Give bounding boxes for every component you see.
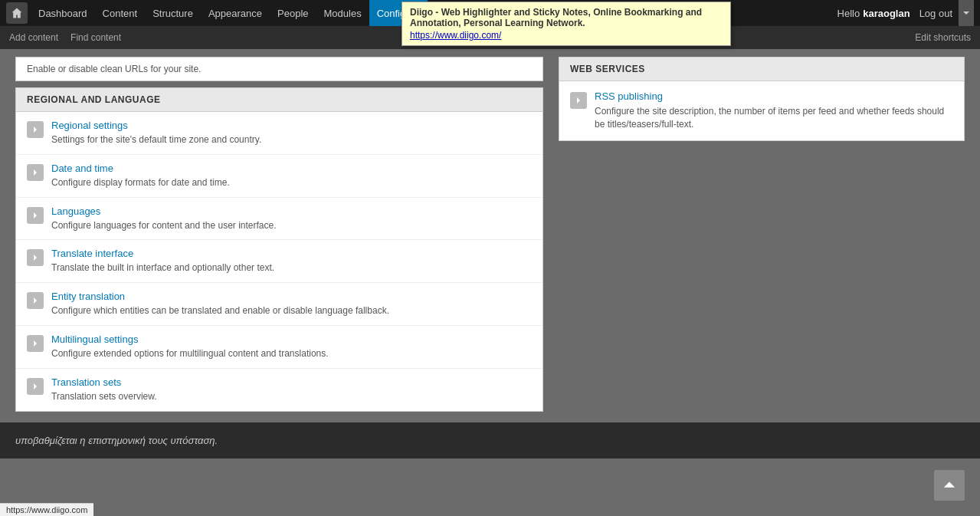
regional-settings-link[interactable]: Regional settings: [51, 120, 532, 131]
entity-translation-desc: Configure which entities can be translat…: [51, 305, 389, 316]
languages-content: Languages Configure languages for conten…: [51, 205, 532, 232]
main-area: Enable or disable clean URLs for your si…: [0, 49, 980, 419]
nav-content[interactable]: Content: [95, 0, 146, 26]
date-time-content: Date and time Configure display formats …: [51, 163, 532, 189]
list-item: Translation sets Translation sets overvi…: [16, 369, 542, 411]
rss-link[interactable]: RSS publishing: [595, 90, 953, 102]
translation-sets-content: Translation sets Translation sets overvi…: [51, 376, 532, 403]
rss-content: RSS publishing Configure the site descri…: [595, 90, 953, 131]
multilingual-link[interactable]: Multilingual settings: [51, 334, 532, 345]
entity-translation-content: Entity translation Configure which entit…: [51, 291, 532, 317]
regional-settings-content: Regional settings Settings for the site'…: [51, 120, 532, 146]
nav-modules[interactable]: Modules: [316, 0, 369, 26]
translation-sets-arrow[interactable]: [27, 378, 44, 395]
chevron-right-icon: [31, 212, 39, 219]
chevron-down-icon: [962, 9, 970, 17]
regional-settings-arrow[interactable]: [27, 121, 44, 138]
right-panel: WEB SERVICES RSS publishing Configure th…: [559, 57, 965, 412]
find-content-link[interactable]: Find content: [70, 32, 121, 43]
web-services-header: WEB SERVICES: [559, 58, 964, 81]
hello-text: Hello: [837, 8, 860, 19]
date-time-link[interactable]: Date and time: [51, 163, 532, 174]
web-services-section: WEB SERVICES RSS publishing Configure th…: [559, 57, 965, 141]
scroll-to-top-button[interactable]: [934, 470, 965, 501]
tooltip-popup: Diigo - Web Highlighter and Sticky Notes…: [402, 2, 731, 46]
rss-desc: Configure the site description, the numb…: [595, 106, 944, 130]
multilingual-arrow[interactable]: [27, 335, 44, 352]
list-item: Multilingual settings Configure extended…: [16, 326, 542, 369]
translate-interface-content: Translate interface Translate the built …: [51, 248, 532, 274]
regional-section-header: REGIONAL AND LANGUAGE: [16, 88, 542, 112]
translate-interface-link[interactable]: Translate interface: [51, 248, 532, 259]
translation-sets-desc: Translation sets overview.: [51, 391, 157, 402]
list-item: Date and time Configure display formats …: [16, 155, 542, 198]
nav-appearance[interactable]: Appearance: [201, 0, 270, 26]
list-item: Translate interface Translate the built …: [16, 240, 542, 283]
entity-translation-link[interactable]: Entity translation: [51, 291, 532, 302]
home-icon: [11, 7, 23, 19]
translate-interface-arrow[interactable]: [27, 249, 44, 266]
chevron-right-icon: [31, 297, 39, 304]
nav-dashboard[interactable]: Dashboard: [31, 0, 95, 26]
translation-sets-link[interactable]: Translation sets: [51, 376, 532, 388]
chevron-right-icon: [31, 126, 39, 133]
nav-people[interactable]: People: [270, 0, 316, 26]
chevron-right-icon: [575, 97, 582, 104]
entity-translation-arrow[interactable]: [27, 292, 44, 309]
clean-urls-box: Enable or disable clean URLs for your si…: [15, 57, 543, 81]
translate-interface-desc: Translate the built in interface and opt…: [51, 262, 274, 273]
username-label: karaoglan: [863, 8, 910, 19]
chevron-up-icon: [942, 478, 956, 492]
list-item: Regional settings Settings for the site'…: [16, 112, 542, 155]
tooltip-url[interactable]: https://www.diigo.com/: [410, 30, 723, 41]
chevron-right-icon: [31, 383, 39, 390]
nav-user-area: Hello karaoglan Log out: [837, 0, 974, 26]
multilingual-content: Multilingual settings Configure extended…: [51, 334, 532, 360]
tooltip-title: Diigo - Web Highlighter and Sticky Notes…: [410, 7, 723, 28]
clean-urls-description: Enable or disable clean URLs for your si…: [27, 64, 532, 74]
date-time-desc: Configure display formats for date and t…: [51, 177, 230, 188]
chevron-right-icon: [31, 254, 39, 261]
home-button[interactable]: [6, 2, 28, 24]
status-bar: https://www.diigo.com: [0, 503, 93, 516]
nav-structure[interactable]: Structure: [145, 0, 201, 26]
multilingual-desc: Configure extended options for multiling…: [51, 348, 329, 359]
logout-link[interactable]: Log out: [919, 8, 952, 19]
languages-link[interactable]: Languages: [51, 205, 532, 217]
languages-arrow[interactable]: [27, 207, 44, 224]
chevron-right-icon: [31, 169, 39, 176]
list-item: Entity translation Configure which entit…: [16, 283, 542, 326]
status-url: https://www.diigo.com: [6, 505, 87, 514]
rss-item: RSS publishing Configure the site descri…: [559, 81, 964, 140]
chevron-right-icon: [31, 340, 39, 347]
list-item: Languages Configure languages for conten…: [16, 198, 542, 241]
shortcuts-left: Add content Find content: [9, 32, 121, 43]
add-content-link[interactable]: Add content: [9, 32, 58, 43]
user-dropdown[interactable]: [959, 0, 974, 26]
regional-language-section: REGIONAL AND LANGUAGE Regional settings …: [15, 87, 543, 412]
edit-shortcuts-link[interactable]: Edit shortcuts: [915, 32, 971, 43]
bottom-text: υποβαθμίζεται η επιστημονική τους υπόστα…: [15, 435, 218, 446]
date-time-arrow[interactable]: [27, 164, 44, 181]
regional-settings-desc: Settings for the site's default time zon…: [51, 134, 261, 145]
rss-arrow[interactable]: [570, 92, 587, 109]
left-panel: Enable or disable clean URLs for your si…: [15, 57, 543, 412]
languages-desc: Configure languages for content and the …: [51, 220, 277, 231]
bottom-overlay: υποβαθμίζεται η επιστημονική τους υπόστα…: [0, 422, 980, 458]
